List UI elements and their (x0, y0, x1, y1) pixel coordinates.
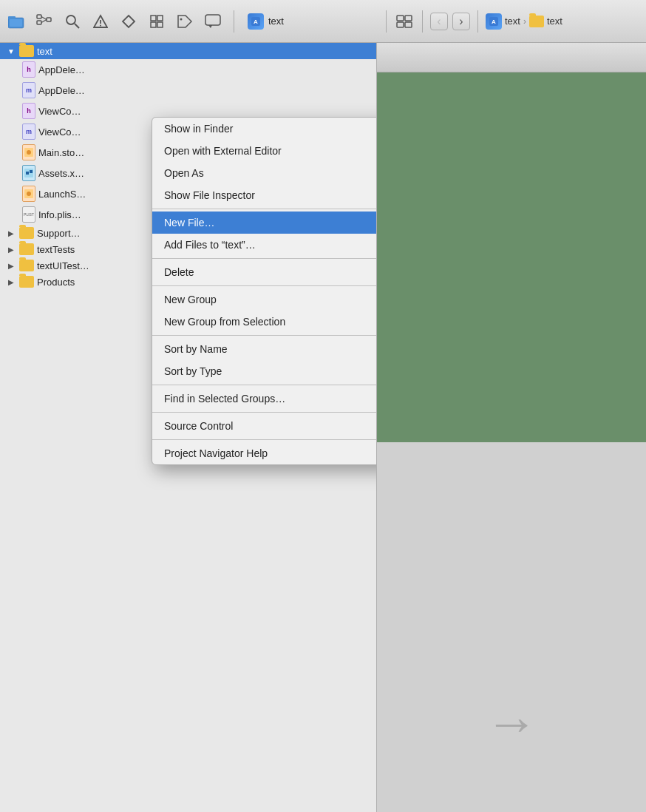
disclosure-textUITests: ▶ (6, 260, 16, 271)
folder-icon-products (19, 276, 34, 288)
menu-item-show-file-inspector[interactable]: Show File Inspector (152, 184, 377, 206)
svg-rect-14 (151, 16, 156, 21)
green-block (377, 72, 646, 442)
menu-item-delete[interactable]: Delete (152, 261, 377, 283)
tree-item-label-support: Support… (37, 228, 81, 239)
file-icon-viewcon-h: h (22, 103, 35, 119)
tree-item-label-text: text (37, 46, 52, 57)
menu-item-source-control[interactable]: Source Control ▶ (152, 415, 377, 437)
file-icon-viewcon-m: m (22, 124, 35, 140)
right-panel: → (377, 43, 646, 812)
back-button[interactable]: ‹ (430, 13, 448, 30)
tree-item-appdelegate-m[interactable]: m AppDele… (0, 80, 376, 101)
file-icon-main-storyboard (22, 144, 35, 160)
file-icon-launch (22, 186, 35, 202)
svg-rect-3 (37, 15, 41, 18)
breadcrumb-folder[interactable]: text (547, 16, 562, 27)
menu-separator-6 (152, 412, 377, 413)
disclosure-products: ▶ (6, 277, 16, 287)
menu-separator-1 (152, 209, 377, 209)
tree-item-label-appdelegate-m: AppDele… (38, 85, 85, 96)
tree-item-label-textTests: textTests (37, 244, 75, 255)
disclosure-support: ▶ (6, 228, 16, 238)
breadcrumb-separator-1: › (523, 16, 526, 27)
warning-icon[interactable] (90, 11, 111, 32)
tree-item-label-info-plist: Info.plis… (38, 209, 81, 220)
folder-icon-support (19, 227, 34, 239)
menu-separator-7 (152, 439, 377, 440)
svg-rect-2 (10, 19, 22, 27)
menu-item-add-files[interactable]: Add Files to “text”… (152, 234, 377, 256)
svg-rect-33 (30, 170, 33, 173)
menu-item-sort-by-name[interactable]: Sort by Name (152, 338, 377, 360)
menu-item-find-in-groups[interactable]: Find in Selected Groups… (152, 388, 377, 410)
hierarchy-icon[interactable] (34, 11, 55, 32)
toolbar-right: ‹ › A text › text (383, 10, 640, 33)
svg-rect-32 (26, 172, 29, 175)
tree-item-label-assets: Assets.x… (38, 168, 84, 179)
tree-item-text-folder[interactable]: ▼ text (0, 43, 376, 59)
svg-line-6 (41, 16, 47, 19)
svg-rect-26 (405, 22, 412, 27)
diamond-icon[interactable] (118, 11, 139, 32)
menu-item-new-file[interactable]: New File… (152, 212, 377, 234)
disclosure-text: ▼ (6, 46, 16, 56)
svg-point-35 (27, 192, 31, 196)
folder-icon-text (19, 45, 34, 57)
breadcrumb-project[interactable]: text (505, 16, 520, 27)
svg-point-18 (180, 18, 183, 20)
menu-item-open-as[interactable]: Open As ▶ (152, 162, 377, 184)
disclosure-textTests: ▶ (6, 244, 16, 254)
chat-icon[interactable] (203, 11, 223, 32)
arrow-area: → (377, 692, 646, 753)
grid2-icon[interactable] (394, 11, 415, 32)
svg-text:A: A (254, 18, 258, 25)
menu-item-sort-by-type[interactable]: Sort by Type (152, 360, 377, 382)
svg-rect-24 (405, 16, 412, 21)
toolbar-divider-3 (422, 10, 423, 33)
grid-icon[interactable] (146, 11, 167, 32)
toolbar-divider-1 (234, 10, 234, 33)
svg-marker-13 (123, 16, 135, 27)
project-title: text (268, 16, 284, 27)
menu-item-show-in-finder[interactable]: Show in Finder (152, 118, 377, 140)
main-area: ▼ text h AppDele… m AppDele… h ViewCo… m… (0, 43, 646, 812)
svg-rect-23 (397, 16, 404, 21)
svg-rect-1 (8, 16, 16, 19)
svg-point-30 (27, 150, 31, 155)
toolbar-divider-4 (477, 10, 478, 33)
menu-item-open-external[interactable]: Open with External Editor (152, 140, 377, 162)
main-toolbar: A text ‹ › A (0, 0, 646, 43)
tree-item-label-appdelegate-h: AppDele… (38, 64, 85, 75)
svg-rect-4 (37, 21, 41, 24)
tree-item-label-launch: LaunchS… (38, 189, 86, 200)
menu-item-project-nav-help[interactable]: Project Navigator Help ▶ (152, 442, 377, 464)
svg-rect-16 (151, 22, 156, 27)
menu-item-new-group-selection[interactable]: New Group from Selection (152, 311, 377, 333)
toolbar-left: A text (6, 10, 383, 33)
svg-rect-19 (205, 15, 220, 25)
editor-area: → (377, 72, 646, 812)
svg-rect-5 (47, 18, 51, 21)
svg-rect-25 (397, 22, 404, 27)
menu-separator-5 (152, 385, 377, 385)
svg-rect-15 (157, 16, 163, 21)
svg-point-12 (100, 24, 101, 26)
toolbar-divider-2 (386, 10, 387, 33)
tree-item-appdelegate-h[interactable]: h AppDele… (0, 59, 376, 80)
menu-separator-2 (152, 258, 377, 259)
tree-item-label-textUITests: textUITest… (37, 260, 89, 271)
breadcrumb-proj-icon: A (486, 13, 502, 30)
project-xcode-icon: A (248, 13, 264, 30)
menu-item-new-group[interactable]: New Group (152, 288, 377, 311)
forward-button[interactable]: › (452, 13, 470, 30)
file-icon-assets (22, 165, 35, 181)
tree-item-label-viewcon-h: ViewCo… (38, 106, 81, 117)
folder-icon[interactable] (6, 11, 27, 32)
menu-separator-3 (152, 285, 377, 286)
search-icon[interactable] (62, 11, 83, 32)
tag-icon[interactable] (174, 11, 195, 32)
folder-icon-textTests (19, 243, 34, 255)
breadcrumb-folder-icon (529, 16, 544, 27)
svg-line-7 (41, 19, 47, 22)
